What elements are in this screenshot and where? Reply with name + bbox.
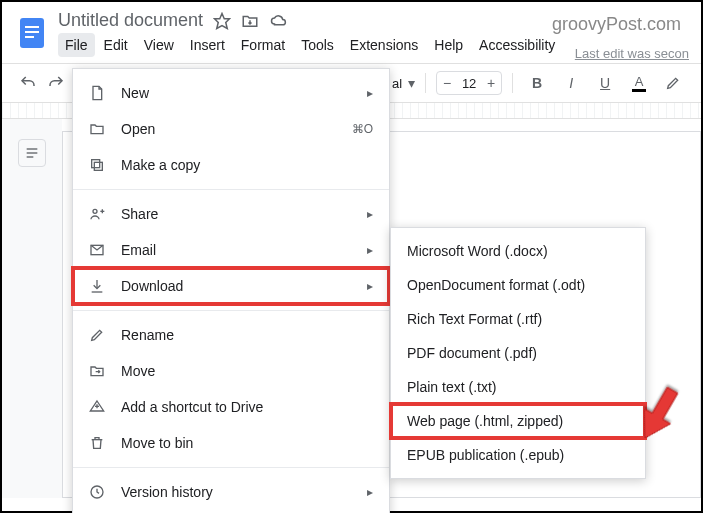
menu-format[interactable]: Format <box>234 33 292 57</box>
font-size-increase[interactable]: + <box>481 75 501 91</box>
menu-divider <box>73 467 389 468</box>
svg-rect-3 <box>25 36 34 38</box>
menu-help[interactable]: Help <box>427 33 470 57</box>
font-size-value[interactable]: 12 <box>457 76 481 91</box>
submenu-arrow-icon: ▸ <box>367 485 373 499</box>
menu-item-move-to-bin[interactable]: Move to bin <box>73 425 389 461</box>
drive-shortcut-icon <box>87 399 107 415</box>
undo-button[interactable] <box>14 69 42 97</box>
menu-item-make-copy[interactable]: Make a copy <box>73 147 389 183</box>
star-icon[interactable] <box>213 12 231 30</box>
font-family-partial[interactable]: al <box>392 76 402 91</box>
menu-extensions[interactable]: Extensions <box>343 33 425 57</box>
email-icon <box>87 242 107 258</box>
submenu-arrow-icon: ▸ <box>367 243 373 257</box>
folder-open-icon <box>87 121 107 137</box>
history-icon <box>87 484 107 500</box>
svg-point-10 <box>93 209 97 213</box>
svg-marker-4 <box>215 13 230 28</box>
redo-button[interactable] <box>42 69 70 97</box>
menu-accessibility[interactable]: Accessibility <box>472 33 562 57</box>
menu-tools[interactable]: Tools <box>294 33 341 57</box>
menu-item-move[interactable]: Move <box>73 353 389 389</box>
shortcut-label: ⌘O <box>352 122 373 136</box>
menu-item-email[interactable]: Email ▸ <box>73 232 389 268</box>
trash-icon <box>87 435 107 451</box>
download-icon <box>87 278 107 294</box>
rename-icon <box>87 327 107 343</box>
move-icon <box>87 363 107 379</box>
last-edit-link[interactable]: Last edit was secon <box>575 46 689 61</box>
download-rtf[interactable]: Rich Text Format (.rtf) <box>391 302 645 336</box>
file-dropdown: New ▸ Open ⌘O Make a copy Share ▸ Email … <box>72 68 390 513</box>
highlight-button[interactable] <box>659 69 687 97</box>
share-icon <box>87 206 107 222</box>
menu-item-new[interactable]: New ▸ <box>73 75 389 111</box>
menu-divider <box>73 189 389 190</box>
download-odt[interactable]: OpenDocument format (.odt) <box>391 268 645 302</box>
svg-rect-8 <box>94 162 102 170</box>
font-dropdown-icon[interactable]: ▾ <box>408 75 415 91</box>
outline-toggle-button[interactable] <box>18 139 46 167</box>
text-color-button[interactable]: A <box>625 69 653 97</box>
menu-edit[interactable]: Edit <box>97 33 135 57</box>
font-size-stepper[interactable]: − 12 + <box>436 71 502 95</box>
svg-rect-9 <box>92 160 100 168</box>
submenu-arrow-icon: ▸ <box>367 207 373 221</box>
download-html[interactable]: Web page (.html, zipped) <box>391 404 645 438</box>
underline-button[interactable]: U <box>591 69 619 97</box>
menu-view[interactable]: View <box>137 33 181 57</box>
menu-item-version-history[interactable]: Version history ▸ <box>73 474 389 510</box>
svg-rect-2 <box>25 31 39 33</box>
move-folder-icon[interactable] <box>241 12 259 30</box>
download-epub[interactable]: EPUB publication (.epub) <box>391 438 645 472</box>
menu-file[interactable]: File <box>58 33 95 57</box>
docs-logo[interactable] <box>14 14 50 50</box>
bold-button[interactable]: B <box>523 69 551 97</box>
watermark-brand: groovyPost.com <box>552 14 681 35</box>
font-size-decrease[interactable]: − <box>437 75 457 91</box>
file-new-icon <box>87 85 107 101</box>
svg-rect-1 <box>25 26 39 28</box>
download-pdf[interactable]: PDF document (.pdf) <box>391 336 645 370</box>
menu-item-add-shortcut[interactable]: Add a shortcut to Drive <box>73 389 389 425</box>
menu-divider <box>73 310 389 311</box>
cloud-status-icon[interactable] <box>269 12 289 30</box>
menu-item-rename[interactable]: Rename <box>73 317 389 353</box>
download-docx[interactable]: Microsoft Word (.docx) <box>391 234 645 268</box>
menu-item-open[interactable]: Open ⌘O <box>73 111 389 147</box>
italic-button[interactable]: I <box>557 69 585 97</box>
submenu-arrow-icon: ▸ <box>367 86 373 100</box>
submenu-arrow-icon: ▸ <box>367 279 373 293</box>
menu-insert[interactable]: Insert <box>183 33 232 57</box>
download-txt[interactable]: Plain text (.txt) <box>391 370 645 404</box>
menu-item-download[interactable]: Download ▸ <box>73 268 389 304</box>
copy-icon <box>87 157 107 173</box>
document-title[interactable]: Untitled document <box>58 10 203 31</box>
download-submenu: Microsoft Word (.docx) OpenDocument form… <box>390 227 646 479</box>
menu-item-share[interactable]: Share ▸ <box>73 196 389 232</box>
